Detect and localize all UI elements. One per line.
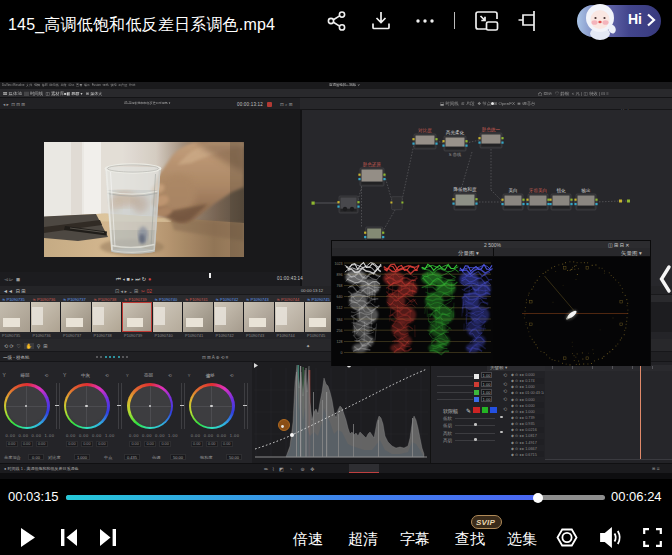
svg-text:牙齿美白: 牙齿美白 [529,188,547,194]
svg-text:896: 896 [337,273,343,277]
svg-text:384: 384 [337,318,343,322]
svg-text:降低饱和度: 降低饱和度 [454,186,477,193]
svg-text:肤色统一: 肤色统一 [482,126,501,133]
svg-text:对比度: 对比度 [418,128,432,134]
svg-text:256: 256 [337,329,343,333]
svg-text:输出: 输出 [580,188,590,194]
svg-text:128: 128 [337,340,343,344]
svg-text:768: 768 [337,284,343,288]
svg-text:S 曲线: S 曲线 [449,152,462,157]
svg-text:锐化: 锐化 [556,187,566,194]
svg-text:1023: 1023 [335,262,343,266]
svg-text:肤色还原: 肤色还原 [363,161,382,167]
svg-text:640: 640 [337,295,343,299]
svg-text:高光柔化: 高光柔化 [446,129,465,136]
svg-text:512: 512 [337,306,343,310]
svg-text:美白: 美白 [508,188,517,194]
svg-text:0: 0 [341,351,343,355]
